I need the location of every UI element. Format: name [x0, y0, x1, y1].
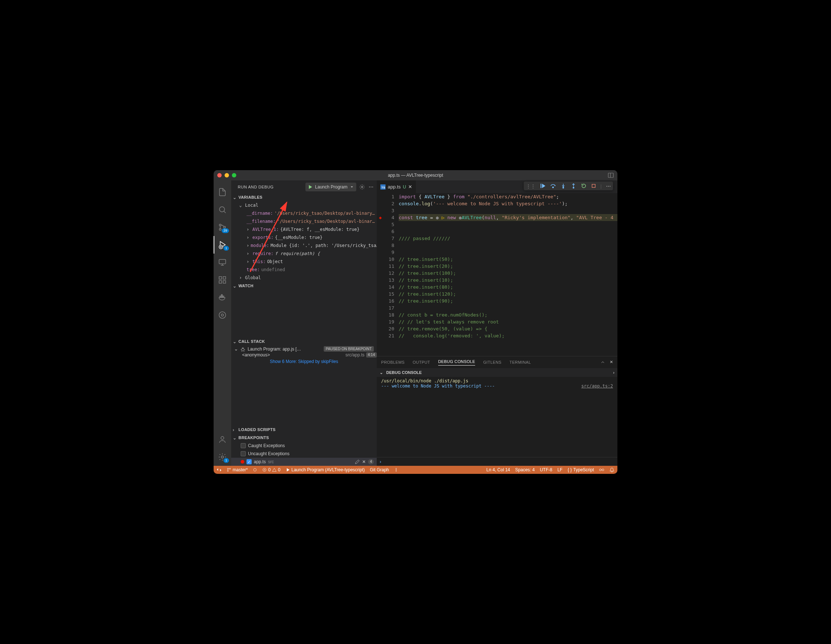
editor-tab[interactable]: TS app.ts U ✕ [377, 180, 416, 193]
feedback-icon[interactable] [599, 467, 604, 472]
svg-point-32 [228, 470, 229, 472]
bell-icon[interactable] [609, 467, 614, 472]
svg-rect-17 [223, 296, 224, 297]
callstack-header[interactable]: ⌄ CALL STACK [231, 337, 377, 346]
variable-row[interactable]: ›this: Object [231, 258, 377, 266]
drag-handle-icon[interactable]: ⋮⋮ [526, 183, 535, 189]
maximize-panel-icon[interactable] [600, 360, 605, 365]
layout-icon[interactable] [608, 172, 614, 178]
settings-badge: 1 [223, 458, 229, 463]
status-bar: master* 0 0 Launch Program (AVLTree-type… [213, 466, 618, 474]
svg-point-25 [242, 348, 244, 351]
launch-config-select[interactable]: Launch Program [306, 183, 356, 191]
stack-frame[interactable]: <anonymous> src/app.ts 4:14 [231, 352, 377, 357]
maximize-window-button[interactable] [232, 173, 236, 177]
svg-rect-0 [608, 173, 613, 177]
close-tab-icon[interactable]: ✕ [408, 184, 412, 190]
sidebar-header: RUN AND DEBUG Launch Program ⋯ [231, 180, 377, 193]
git-branch[interactable]: master* [227, 467, 248, 472]
close-window-button[interactable] [217, 173, 222, 177]
variable-row[interactable]: __dirname: '/Users/ricky_tsao/Desktop/av… [231, 209, 377, 217]
breakpoint-caught-exceptions[interactable]: Caught Exceptions [231, 442, 377, 450]
svg-point-37 [396, 471, 397, 472]
variable-row[interactable]: ›require: f require(path) { [231, 250, 377, 258]
language-mode[interactable]: { } TypeScript [568, 467, 594, 472]
step-into-button[interactable] [560, 183, 566, 189]
callstack-thread[interactable]: ⌄ Launch Program: app.js [… PAUSED ON BR… [231, 346, 377, 352]
checkbox-icon[interactable] [241, 451, 246, 456]
eol[interactable]: LF [557, 467, 562, 472]
tab-debug-console[interactable]: DEBUG CONSOLE [438, 359, 475, 365]
variable-row[interactable]: tree: undefined [231, 266, 377, 274]
close-panel-icon[interactable]: ✕ [610, 360, 613, 365]
indentation[interactable]: Spaces: 4 [515, 467, 535, 472]
variable-row[interactable]: ›AVLTree_1: {AVLTree: f, __esModule: tru… [231, 225, 377, 233]
git-graph-status[interactable]: Git Graph [370, 467, 389, 472]
minimize-window-button[interactable] [224, 173, 229, 177]
variables-header[interactable]: ⌄ VARIABLES [231, 193, 377, 201]
step-over-button[interactable] [550, 183, 556, 189]
encoding[interactable]: UTF-8 [540, 467, 552, 472]
restart-button[interactable] [581, 183, 587, 189]
breakpoints-header[interactable]: ⌄ BREAKPOINTS [231, 434, 377, 442]
stop-button[interactable] [591, 183, 596, 188]
remote-explorer-icon[interactable] [213, 253, 231, 271]
settings-icon[interactable]: 1 [213, 448, 231, 466]
docker-icon[interactable] [213, 289, 231, 306]
more-icon[interactable]: ⋯ [606, 183, 611, 189]
svg-rect-13 [219, 281, 222, 283]
svg-rect-12 [223, 277, 226, 279]
search-icon[interactable] [213, 201, 231, 218]
variable-row[interactable]: ›exports: {__esModule: true} [231, 233, 377, 241]
scope-global[interactable]: ›Global [231, 274, 377, 282]
sidebar: RUN AND DEBUG Launch Program ⋯ [231, 180, 377, 466]
svg-rect-30 [592, 185, 595, 188]
close-icon[interactable]: ✕ [362, 459, 366, 464]
more-icon[interactable]: ⋯ [368, 184, 374, 190]
explorer-icon[interactable] [213, 183, 231, 201]
account-icon[interactable] [213, 431, 231, 448]
loaded-scripts-header[interactable]: › LOADED SCRIPTS [231, 426, 377, 434]
git-sync[interactable] [253, 468, 257, 472]
scope-local[interactable]: ⌄Local [231, 201, 377, 209]
chevron-down-icon: ⌄ [232, 283, 237, 289]
variable-row[interactable]: ›module: Module {id: '.', path: '/Users/… [231, 241, 377, 250]
show-more-frames-link[interactable]: Show 6 More: Skipped by skipFiles [231, 357, 377, 365]
run-debug-icon[interactable]: 1 [213, 236, 231, 253]
watch-header[interactable]: ⌄ WATCH [231, 282, 377, 290]
tab-output[interactable]: OUTPUT [412, 360, 430, 365]
gitlens-icon[interactable] [213, 306, 231, 324]
source-link[interactable]: src/app.ts:2 [581, 384, 613, 389]
remote-indicator[interactable] [217, 467, 222, 472]
checkbox-icon[interactable]: ✓ [247, 459, 252, 464]
editor[interactable]: ◆ 123456789101112131415161718192021 impo… [377, 193, 618, 356]
svg-rect-26 [541, 184, 541, 188]
chevron-right-icon[interactable]: › [613, 370, 614, 375]
variable-row[interactable]: __filename: '/Users/ricky_tsao/Desktop/a… [231, 217, 377, 225]
debug-console-input[interactable]: › [377, 457, 618, 466]
svg-point-27 [552, 187, 553, 188]
step-out-button[interactable] [571, 183, 576, 189]
tab-gitlens[interactable]: GITLENS [483, 360, 501, 365]
debug-console-output[interactable]: /usr/local/bin/node ./dist/app.js --- we… [377, 377, 618, 466]
debug-console-header[interactable]: ⌄ DEBUG CONSOLE › [377, 368, 618, 377]
live-share-icon[interactable] [394, 468, 398, 472]
breakpoint-uncaught-exceptions[interactable]: Uncaught Exceptions [231, 450, 377, 458]
tab-terminal[interactable]: TERMINAL [509, 360, 531, 365]
debug-launch-status[interactable]: Launch Program (AVLTree-typescript) [286, 467, 365, 472]
activity-bar: 29 1 1 [213, 180, 231, 466]
extensions-icon[interactable] [213, 271, 231, 289]
cursor-position[interactable]: Ln 4, Col 14 [486, 467, 510, 472]
gear-icon[interactable] [359, 184, 365, 190]
chevron-down-icon [350, 185, 354, 189]
edit-icon[interactable] [355, 459, 360, 464]
debug-toolbar[interactable]: ⋮⋮ | ⋯ [524, 182, 613, 190]
checkbox-icon[interactable] [241, 443, 246, 448]
source-control-icon[interactable]: 29 [213, 218, 231, 236]
errors-warnings[interactable]: 0 0 [262, 467, 280, 472]
start-debug-icon[interactable] [307, 185, 313, 190]
continue-button[interactable] [540, 183, 546, 189]
tab-problems[interactable]: PROBLEMS [381, 360, 404, 365]
breakpoint-file-row[interactable]: ✓ app.ts src ✕ 4 [231, 458, 377, 466]
svg-point-21 [221, 437, 224, 440]
